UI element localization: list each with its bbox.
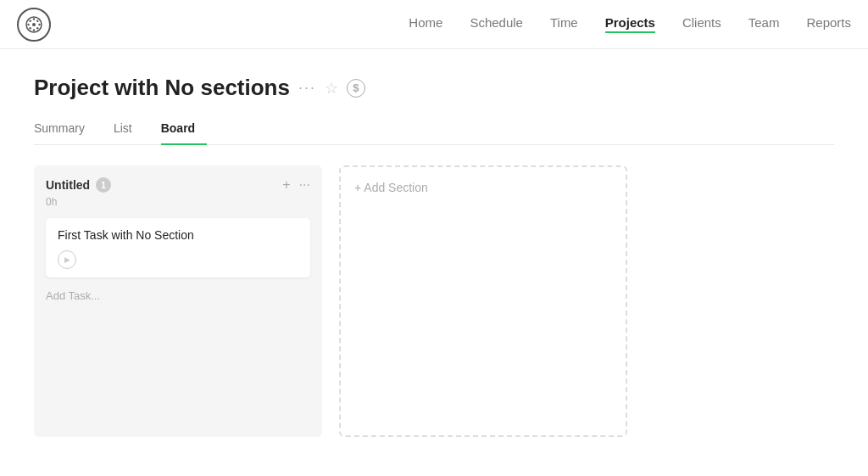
tab-board[interactable]: Board (161, 115, 207, 145)
nav-time[interactable]: Time (550, 15, 578, 33)
project-billing-button[interactable]: $ (347, 79, 365, 98)
column-title: Untitled (46, 178, 90, 192)
svg-point-9 (30, 27, 31, 29)
column-actions: + ··· (282, 177, 310, 193)
svg-point-7 (36, 27, 38, 29)
project-tabs: Summary List Board (34, 115, 834, 145)
tab-summary[interactable]: Summary (34, 115, 97, 145)
svg-point-6 (30, 20, 31, 21)
task-card-title: First Task with No Section (58, 228, 298, 242)
task-play-button[interactable]: ▶ (58, 250, 76, 269)
svg-point-5 (38, 23, 40, 25)
tab-list[interactable]: List (114, 115, 144, 145)
column-time: 0h (46, 196, 310, 208)
nav-projects[interactable]: Projects (605, 15, 655, 33)
column-more-button[interactable]: ··· (299, 177, 310, 193)
add-section-column[interactable]: + Add Section (339, 165, 627, 437)
column-header: Untitled 1 + ··· (46, 177, 310, 193)
task-card[interactable]: First Task with No Section ▶ (46, 218, 310, 277)
board-column-untitled: Untitled 1 + ··· 0h First Task with No S… (34, 165, 322, 437)
svg-point-3 (33, 29, 35, 31)
project-title: Project with No sections (34, 75, 290, 101)
column-badge: 1 (96, 177, 111, 193)
svg-point-4 (27, 23, 29, 25)
svg-point-1 (32, 23, 36, 26)
project-menu-button[interactable]: ··· (298, 79, 316, 97)
add-task-button[interactable]: Add Task... (46, 286, 310, 305)
nav-schedule[interactable]: Schedule (470, 15, 523, 33)
board: Untitled 1 + ··· 0h First Task with No S… (34, 165, 834, 437)
nav-clients[interactable]: Clients (682, 15, 721, 33)
page-content: Project with No sections ··· ☆ $ Summary… (0, 49, 868, 454)
project-star-button[interactable]: ☆ (325, 79, 338, 98)
svg-point-2 (33, 18, 35, 20)
nav: Home Schedule Time Projects Clients Team… (0, 0, 868, 49)
project-header: Project with No sections ··· ☆ $ (34, 75, 834, 101)
nav-home[interactable]: Home (409, 15, 442, 33)
nav-links: Home Schedule Time Projects Clients Team… (409, 15, 851, 33)
nav-team[interactable]: Team (748, 15, 780, 33)
nav-reports[interactable]: Reports (806, 15, 851, 33)
svg-point-8 (36, 20, 38, 21)
column-add-button[interactable]: + (282, 177, 290, 193)
add-section-label[interactable]: + Add Section (354, 181, 428, 194)
app-logo[interactable] (17, 8, 51, 42)
